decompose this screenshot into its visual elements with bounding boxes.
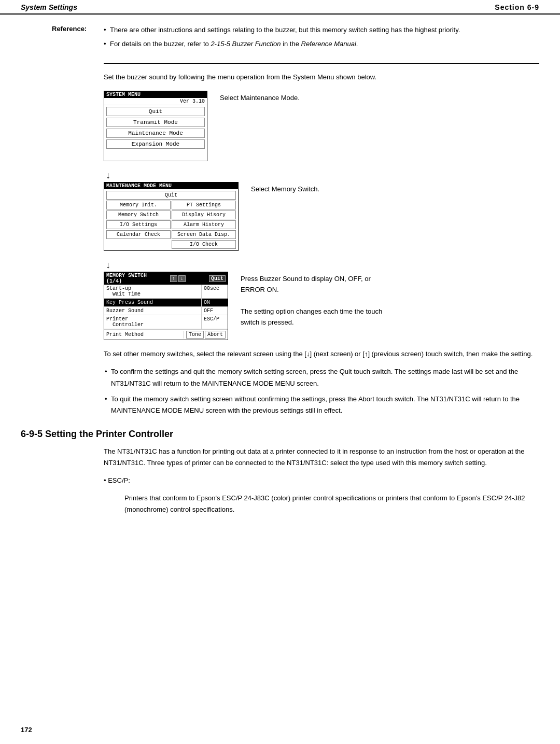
reference-bullet-2: For details on the buzzer, refer to 2-15… <box>104 39 539 50</box>
maint-display-history-btn: Display Hisory <box>172 210 236 219</box>
memory-label-startup: Start-up Wait Time <box>104 285 202 298</box>
memory-label-key-press: Key Press Sound <box>104 299 202 306</box>
memory-row-buzzer: Buzzer Sound OFF <box>104 307 228 315</box>
maintenance-menu-box: MAINTENANCE MODE MENU Quit Memory Init. … <box>104 182 239 251</box>
maint-alarm-history-btn: Alarm History <box>172 220 236 229</box>
memory-row-startup: Start-up Wait Time 00sec <box>104 285 228 299</box>
system-menu-expansion-btn: Expansion Mode <box>106 139 205 149</box>
system-menu-title: SYSTEM MENU <box>104 91 207 98</box>
section-escP-desc: Printers that conform to Epson's ESC/P 2… <box>21 493 539 515</box>
system-menu-box: SYSTEM MENU Ver 3.10 Quit Transmit Mode … <box>104 91 207 161</box>
header-section-title: System Settings <box>21 3 77 11</box>
instruction-paragraph: Set the buzzer sound by following the me… <box>21 72 539 83</box>
memory-row-key-press: Key Press Sound ON <box>104 299 228 307</box>
diagram-3-desc: Press Buzzer Sound to display ON, OFF, o… <box>241 272 386 328</box>
page-content: Reference: There are other instructions … <box>0 15 560 537</box>
maintenance-menu-grid: Quit Memory Init. PT Settings Memory Swi… <box>104 189 238 250</box>
memory-switch-title: MEMORY SWITCH(1/4) <box>106 273 147 284</box>
arrow-2: ↓ <box>104 258 539 272</box>
maint-io-settings-btn: I/O Settings <box>106 220 171 229</box>
memory-label-print-method: Print Method <box>104 331 184 339</box>
arrow-1: ↓ <box>104 169 539 182</box>
section-para-1: The NT31/NT31C has a function for printi… <box>21 446 539 469</box>
memory-label-buzzer: Buzzer Sound <box>104 307 202 315</box>
memory-row-printer: Printer Controller ESC/P <box>104 315 228 329</box>
print-method-tone: Tone <box>186 331 204 339</box>
memory-nav-down-btn[interactable]: ↓ <box>178 275 186 282</box>
system-menu-maintenance-btn: Maintenance Mode <box>106 129 205 138</box>
maint-calendar-check-btn: Calendar Check <box>106 230 171 239</box>
section-heading: 6-9-5 Setting the Printer Controller <box>21 429 539 440</box>
body-bullet-2: To quit the memory switch setting screen… <box>21 394 539 416</box>
memory-print-method-values: Tone Abort <box>184 330 228 340</box>
maint-io-check-btn: I/O Check <box>172 240 236 249</box>
page-header: System Settings Section 6-9 <box>0 0 560 15</box>
memory-label-printer: Printer Controller <box>104 315 202 329</box>
memory-value-key-press: ON <box>202 299 228 306</box>
maint-memory-switch-btn: Memory Switch <box>106 210 171 219</box>
body-bullet-1: To confirm the settings and quit the mem… <box>21 366 539 389</box>
memory-row-print-method: Print Method Tone Abort <box>104 329 228 340</box>
section-divider <box>104 63 539 64</box>
maint-memory-init-btn: Memory Init. <box>106 201 171 209</box>
memory-switch-title-row: MEMORY SWITCH(1/4) ↑ ↓ Quit <box>104 272 228 285</box>
memory-value-startup: 00sec <box>202 285 228 298</box>
reference-label: Reference: <box>52 25 104 53</box>
memory-nav-up-btn[interactable]: ↑ <box>170 275 177 282</box>
memory-nav-buttons: ↑ ↓ <box>170 275 186 282</box>
maint-quit-btn: Quit <box>106 191 236 200</box>
maintenance-menu-title: MAINTENANCE MODE MENU <box>104 183 238 189</box>
diagram-row-1: SYSTEM MENU Ver 3.10 Quit Transmit Mode … <box>104 91 539 161</box>
page-number: 172 <box>21 726 32 734</box>
memory-value-buzzer: OFF <box>202 307 228 315</box>
diagram-row-3: MEMORY SWITCH(1/4) ↑ ↓ Quit Start-up Wai… <box>104 272 539 340</box>
header-section-number: Section 6-9 <box>495 3 539 11</box>
memory-value-printer: ESC/P <box>202 315 228 329</box>
maint-pt-settings-btn: PT Settings <box>172 201 236 209</box>
body-paragraph-1: To set other memory switches, select the… <box>21 348 539 360</box>
system-menu-transmit-btn: Transmit Mode <box>106 118 205 127</box>
memory-quit-btn[interactable]: Quit <box>209 275 226 282</box>
reference-bullet-1: There are other instructions and setting… <box>104 25 539 36</box>
maint-screen-data-btn: Screen Data Disp. <box>172 230 236 239</box>
diagrams-area: SYSTEM MENU Ver 3.10 Quit Transmit Mode … <box>21 91 539 340</box>
reference-content: There are other instructions and setting… <box>104 25 539 53</box>
diagram-2-desc: Select Memory Switch. <box>251 182 319 195</box>
memory-switch-box: MEMORY SWITCH(1/4) ↑ ↓ Quit Start-up Wai… <box>104 272 228 340</box>
diagram-row-2: MAINTENANCE MODE MENU Quit Memory Init. … <box>104 182 539 251</box>
page: System Settings Section 6-9 Reference: T… <box>0 0 560 744</box>
system-menu-version: Ver 3.10 <box>104 98 207 105</box>
page-footer: 172 <box>21 726 32 734</box>
reference-block: Reference: There are other instructions … <box>21 25 539 53</box>
section-escP-label: • ESC/P: <box>21 475 539 486</box>
print-method-abort: Abort <box>205 331 226 339</box>
system-menu-quit-btn: Quit <box>106 107 205 116</box>
diagram-1-desc: Select Maintenance Mode. <box>220 91 300 104</box>
